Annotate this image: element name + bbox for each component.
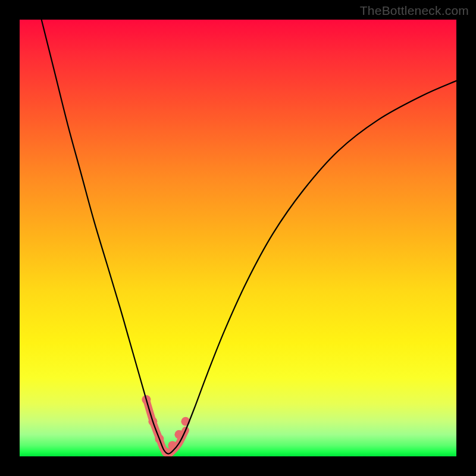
main-curve bbox=[42, 20, 456, 454]
trough-highlight bbox=[146, 400, 186, 454]
watermark-text: TheBottleneck.com bbox=[360, 4, 469, 18]
curve-svg bbox=[20, 20, 456, 456]
chart-frame: TheBottleneck.com bbox=[0, 0, 476, 476]
plot-area bbox=[20, 20, 456, 456]
